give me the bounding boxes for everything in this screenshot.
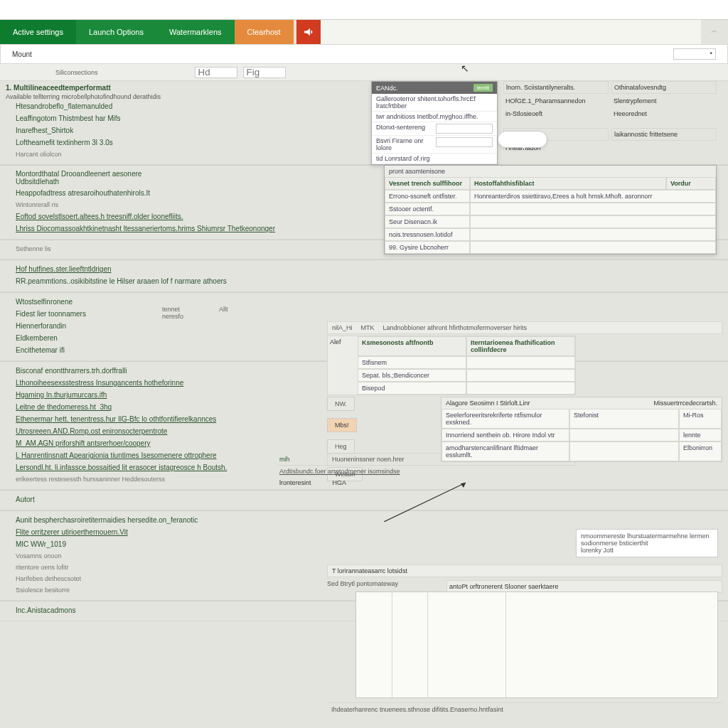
toolbar: Siliconsections	[0, 64, 728, 81]
sub-a-header: Ksmesonosts aftfnontb	[358, 336, 466, 356]
sub-b-cell[interactable]	[569, 429, 679, 441]
grid-cell[interactable]: Seur Disenacn.ik	[385, 215, 470, 228]
sub-tab[interactable]: Heg	[327, 439, 355, 454]
kv-val: tennet	[162, 306, 219, 313]
float-a-row: twr andnitioss Inetlbof.myghoo.iffhe.	[372, 112, 497, 122]
tab-active-settings[interactable]: Active settings	[0, 20, 76, 44]
page-title: Mount	[12, 50, 32, 58]
rcol-cell[interactable]: laikannostic frittetsene	[611, 128, 717, 141]
low-panel-title: mih	[277, 454, 434, 466]
tab-watermarklens[interactable]: Watermarklens	[156, 20, 235, 44]
blank-data-grid[interactable]	[355, 592, 718, 698]
rcol-cell: Heeorednet	[611, 108, 717, 119]
row-label[interactable]: Montordthatal Drooandleenert aesonere Ud…	[16, 170, 144, 186]
sub-a-cell[interactable]: Bisepod	[358, 382, 466, 395]
info-card: nmoommereste lhurstuatermarmehne lermen …	[576, 529, 718, 557]
kv-val: Allt	[219, 306, 228, 313]
grid-cell[interactable]: Errono-ssoneft ontfister.	[385, 190, 470, 203]
grid-cell[interactable]: Honreanterdiros ssiettiravo,Erees a holt…	[470, 190, 716, 203]
sub-b-header: Alagore Seosimn I Stirlolt.Linr	[446, 400, 530, 407]
low-panel-val: HGA	[333, 479, 347, 486]
grid-header: Hostoffahthisfiblact	[470, 177, 666, 190]
cursor-arrow-icon: ↖	[461, 63, 469, 74]
sub-b-cell[interactable]: Seelerforeeritsrekriferte ntfismulor exs…	[441, 409, 569, 429]
grid-cell[interactable]	[470, 228, 716, 241]
breadcrumb-bar: Mount	[0, 44, 728, 64]
sub-a-side[interactable]: Alef	[328, 336, 358, 395]
grid-cell[interactable]: 99. Gysire Lbcnoherr	[385, 241, 470, 254]
rcol-cell: HOfGE.1_Pharamsannedon	[503, 95, 609, 107]
sub-b-cell[interactable]: Stefonist	[569, 409, 679, 429]
grid-cell[interactable]	[470, 203, 716, 215]
kv-key[interactable]: Hiennerforandin	[6, 320, 162, 332]
low-panel-key: lronteresint	[279, 479, 311, 486]
kv-key[interactable]: Wtostselfinronene	[6, 296, 162, 308]
lr-header: T lorirannateasarrc lotsidst	[332, 567, 407, 574]
float-a-button[interactable]: lemtt	[473, 84, 493, 92]
float-panel-a: EANdc.lemtt Gallerooterror shitent.tohor…	[371, 81, 498, 165]
sub-b-cell[interactable]: Mi-Ros	[679, 409, 722, 429]
rcol-cell[interactable]: lnorn. Sciistantilyneralts.	[503, 81, 609, 94]
breadcrumb-mini-input[interactable]	[673, 48, 716, 60]
content-area: 1. Multilineaceedtemperformatt Available…	[0, 81, 728, 621]
float-a-input[interactable]	[436, 137, 493, 147]
sub-a-cell[interactable]	[466, 356, 575, 369]
float-a-row: Gallerooterror shitent.tohorfls.hrcEf lr…	[372, 94, 497, 112]
grid-cell[interactable]	[470, 241, 716, 254]
rcol-cell: in-Stlosieoeft	[503, 108, 609, 119]
float-a-row: Bsvri Firarne onr lolore	[376, 137, 436, 151]
sub-panel-b: Alagore Seosimn I Stirlolt.Linr Missuert…	[441, 397, 722, 462]
sub-b-cell[interactable]: Elbonirron	[679, 441, 722, 461]
sub-b-cell[interactable]: lennte	[679, 429, 722, 441]
section-7: Autort	[0, 491, 728, 510]
float-a-row: tid Lonrstard of.rirg	[372, 154, 497, 164]
section-8-row[interactable]: Aunit bespherchasroiretiterrnaidies hers…	[6, 514, 722, 526]
rcol-cell[interactable]: Othinatafovesndtg	[611, 81, 717, 94]
main-tab-strip: Active settings Launch Options Watermark…	[0, 20, 728, 44]
rcol-cell: Slentrypfement	[611, 95, 717, 107]
grid-cell[interactable]: Sstooer octentf.	[385, 203, 470, 215]
info-card-row: lorenky Jott	[581, 547, 713, 554]
tab-clearhost[interactable]: Clearhost	[235, 20, 294, 44]
grid-cell[interactable]: nois.tressnosen.lotidof	[385, 228, 470, 241]
kv-key[interactable]: Fidest lier toonnamers	[6, 308, 162, 320]
sub-a-header: Iterntarioenea fhathification collinfdec…	[466, 336, 575, 356]
toolbar-label: Siliconsections	[55, 69, 98, 76]
grid-cell[interactable]	[470, 215, 716, 228]
sub-a-cell[interactable]: Sepat. bls.;Bendiconcer	[358, 369, 466, 382]
sub-b-cell[interactable]: Innorriend senthein ob. Hirore Indol vtr	[441, 429, 569, 441]
midbar-label: MTK	[357, 324, 379, 331]
section-4: Hof hutfines.ster.lieeftntldrigen RR.pea…	[0, 260, 728, 292]
svg-line-0	[384, 483, 466, 522]
sub-tab[interactable]: NW.	[327, 397, 355, 411]
sub-a-cell[interactable]	[466, 369, 575, 382]
section-4-row[interactable]: RR.peammtions..osikibitstine le Hilser a…	[6, 275, 722, 287]
toolbar-field-2[interactable]	[243, 67, 286, 78]
float-panel-b: pront asomtenisone Vesnet trench sulffih…	[384, 165, 717, 255]
mid-header-bar: nilA_Hi MTK Landnobbioner athront hfirth…	[327, 321, 722, 334]
grid-header: Vordur	[666, 177, 716, 190]
section-7-title: Autort	[6, 493, 722, 505]
float-a-input[interactable]	[436, 124, 493, 134]
kv-key[interactable]: Encithetemar ifi	[6, 344, 162, 356]
low-panel: mih Ardtisbundc.foer arretodmener isomsi…	[277, 454, 434, 488]
tooltip-balloon	[498, 131, 547, 148]
sub-a-cell[interactable]	[466, 382, 575, 395]
sub-b-cell[interactable]	[569, 441, 679, 461]
low-panel-link[interactable]: Ardtisbundc.foer arretodmener isomsindse	[277, 466, 434, 477]
sub-a-cell[interactable]: Stfisnem	[358, 356, 466, 369]
megaphone-icon[interactable]	[296, 20, 321, 44]
section-4-link[interactable]: Hof hutfines.ster.lieeftntldrigen	[6, 263, 722, 275]
bottom-status-bar: Ihdeaterhanrenc tnuenees.sthnose difitit…	[327, 702, 722, 716]
kv-key[interactable]: Eldkemberen	[6, 332, 162, 344]
chevron-up-icon[interactable]: ︿	[701, 20, 728, 44]
midbar-label: nilA_Hi	[328, 324, 357, 331]
toolbar-field-1[interactable]	[195, 67, 237, 78]
sub-b-header2: Missuertrrcedecrartsh.	[653, 400, 717, 407]
float-a-row: Dtonxt-sentereng	[376, 124, 425, 134]
kv-val: neresfo	[162, 313, 219, 320]
sub-tab-active[interactable]: Mbs!	[327, 418, 357, 432]
float-a-header: EANdc.	[376, 85, 398, 92]
tab-launch-options[interactable]: Launch Options	[76, 20, 156, 44]
sub-b-cell[interactable]: amodharstencanlifinant lftidmaer essluml…	[441, 441, 569, 461]
